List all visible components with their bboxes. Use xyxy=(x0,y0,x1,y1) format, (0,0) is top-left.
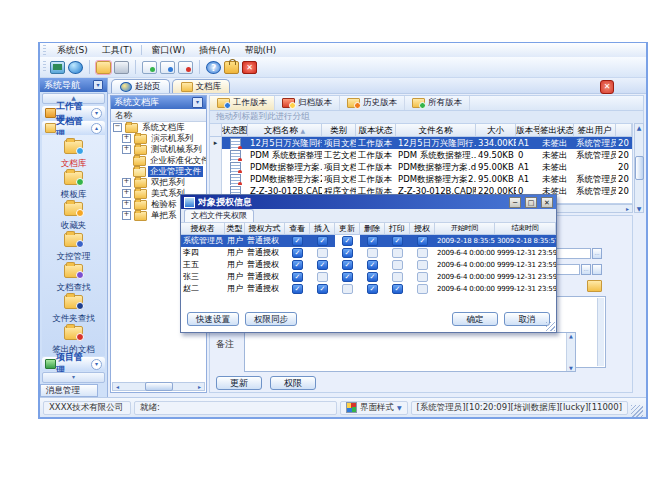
tree-horizontal-scrollbar[interactable]: ◂ ▸ xyxy=(112,382,205,391)
maximize-icon[interactable]: □ xyxy=(525,197,537,208)
expand-icon[interactable]: + xyxy=(122,189,131,198)
scroll-down-icon[interactable]: ▼ xyxy=(635,205,643,212)
expand-icon[interactable]: + xyxy=(122,178,131,187)
dialog-title-bar[interactable]: 对象授权信息 ─ □ ✕ xyxy=(181,195,556,209)
doc-close-icon[interactable] xyxy=(178,61,193,74)
doc-new-icon[interactable] xyxy=(142,61,157,74)
checkbox-unchecked[interactable] xyxy=(417,284,428,294)
column-clipped[interactable] xyxy=(616,124,632,137)
ui-style-selector[interactable]: 界面样式 ▼ xyxy=(340,401,408,415)
tree-item[interactable]: −系统文档库 xyxy=(111,122,206,133)
tree-item[interactable]: +演示机系列 xyxy=(111,133,206,144)
checkbox-checked[interactable]: ✓ xyxy=(342,260,353,270)
update-button[interactable]: 更新 xyxy=(216,376,262,390)
column-grantee[interactable]: 授权者 xyxy=(181,223,225,235)
resize-grip[interactable] xyxy=(546,322,555,331)
scroll-up-icon[interactable]: ▲ xyxy=(567,333,575,339)
column-checkout-state[interactable]: 签出状态 xyxy=(540,124,574,137)
printer-icon[interactable] xyxy=(114,61,129,74)
checkbox-unchecked[interactable] xyxy=(317,248,328,258)
chevron-down-icon[interactable]: ▾ xyxy=(91,359,102,370)
sidebar-section-docs[interactable]: 文档管理 ▴ xyxy=(42,121,105,135)
checkbox-unchecked[interactable] xyxy=(367,248,378,258)
tab-folder-permissions[interactable]: 文档文件夹权限 xyxy=(184,209,254,222)
help-icon[interactable]: ? xyxy=(206,61,221,74)
perm-row[interactable]: 张三用户普通授权✓✓✓2009-6-4 0:00:009999-12-31 23… xyxy=(181,271,556,283)
column-print[interactable]: 打印 xyxy=(385,223,410,235)
checkbox-checked[interactable]: ✓ xyxy=(367,236,378,246)
checkbox-checked[interactable]: ✓ xyxy=(317,284,328,294)
tab-start-page[interactable]: 起始页 xyxy=(111,79,170,93)
lock-icon[interactable] xyxy=(224,61,239,74)
sidebar-section-project[interactable]: 项目管理 ▾ xyxy=(42,357,105,371)
tab-doc-library[interactable]: 文档库 xyxy=(172,79,231,93)
expand-icon[interactable]: + xyxy=(122,211,131,220)
checkbox-unchecked[interactable] xyxy=(417,272,428,282)
column-insert[interactable]: 插入 xyxy=(310,223,335,235)
checkbox-checked[interactable]: ✓ xyxy=(367,284,378,294)
minimize-icon[interactable]: ─ xyxy=(509,197,521,208)
checkbox-checked[interactable]: ✓ xyxy=(342,236,353,246)
permission-button[interactable]: 权限 xyxy=(270,376,316,390)
scroll-thumb[interactable] xyxy=(635,156,644,180)
sidebar-scroll-down[interactable]: ▾ xyxy=(42,372,105,383)
doc-view-icon[interactable] xyxy=(160,61,175,74)
column-version-state[interactable]: 版本状态 xyxy=(356,124,396,137)
scroll-right-icon[interactable]: ▸ xyxy=(195,383,204,390)
menu-help[interactable]: 帮助(H) xyxy=(237,44,283,57)
sidebar-item-template-library[interactable]: 模板库 xyxy=(42,170,105,201)
chevron-up-icon[interactable]: ▴ xyxy=(91,123,102,134)
checkbox-unchecked[interactable] xyxy=(317,272,328,282)
column-version-no[interactable]: 版本号 xyxy=(516,124,540,137)
tree-item[interactable]: 企业标准化文件 xyxy=(111,155,206,166)
perm-row[interactable]: 系统管理员用户普通授权✓✓✓✓✓✓2009-2-18 8:35:573009-2… xyxy=(181,235,556,247)
scroll-thumb[interactable] xyxy=(145,382,173,391)
message-management-tab[interactable]: 消息管理 xyxy=(40,384,98,397)
sidebar-item-doc-search[interactable]: 文档查找 xyxy=(42,263,105,294)
checkbox-checked[interactable]: ✓ xyxy=(367,260,378,270)
pin-icon[interactable]: ▾ xyxy=(93,80,103,90)
note-textarea[interactable]: ▲▼ xyxy=(244,332,576,372)
tab-history-version[interactable]: 历史版本 xyxy=(340,96,405,110)
column-view[interactable]: 查看 xyxy=(285,223,310,235)
checkbox-checked[interactable]: ✓ xyxy=(367,272,378,282)
indicator-column-header[interactable] xyxy=(210,124,222,137)
tab-archive-version[interactable]: 归档版本 xyxy=(275,96,340,110)
perm-row[interactable]: 李四用户普通授权✓✓2009-6-4 0:00:009999-12-31 23:… xyxy=(181,247,556,259)
folder-browse-icon[interactable] xyxy=(587,280,602,292)
tab-work-version[interactable]: 工作版本 xyxy=(210,96,275,110)
close-icon[interactable]: ✕ xyxy=(600,80,614,94)
expand-icon[interactable]: + xyxy=(122,145,131,154)
clear-button[interactable] xyxy=(592,264,602,275)
ellipsis-button[interactable]: … xyxy=(592,248,602,259)
column-authorize[interactable]: 授权 xyxy=(410,223,435,235)
checkbox-checked[interactable]: ✓ xyxy=(292,236,303,246)
quick-setup-button[interactable]: 快速设置 xyxy=(187,312,239,326)
checkbox-checked[interactable]: ✓ xyxy=(317,260,328,270)
table-row[interactable]: PDM数据整理方案2.doc项目文档工作版本PDM数据整理方案2.doc95.0… xyxy=(210,173,632,185)
checkbox-checked[interactable]: ✓ xyxy=(392,236,403,246)
checkbox-checked[interactable]: ✓ xyxy=(292,248,303,258)
sidebar-item-favorites[interactable]: 收藏夹 xyxy=(42,201,105,232)
sidebar-item-doc-control[interactable]: 文控管理 xyxy=(42,232,105,263)
column-start-time[interactable]: 开始时间 xyxy=(435,223,495,235)
close-icon[interactable]: ✕ xyxy=(541,197,553,208)
group-by-bar[interactable]: 拖动列标题到此进行分组 xyxy=(209,110,644,123)
column-category[interactable]: 类别 xyxy=(322,124,356,137)
checkbox-checked[interactable]: ✓ xyxy=(342,248,353,258)
scroll-right-icon[interactable]: ▸ xyxy=(623,205,632,212)
column-end-time[interactable]: 结束时间 xyxy=(495,223,556,235)
detail-input[interactable] xyxy=(556,248,591,259)
expand-icon[interactable]: + xyxy=(122,134,131,143)
scroll-up-icon[interactable]: ▲ xyxy=(635,124,643,131)
tree-item[interactable]: 企业管理文件 xyxy=(111,166,206,177)
scroll-left-icon[interactable]: ◂ xyxy=(113,383,122,390)
column-doc-name[interactable]: 文档名称 ▲ xyxy=(248,124,322,137)
table-row[interactable]: PDM数据整理方案.doc项目文档工作版本PDM数据整理方案.doc95.00K… xyxy=(210,161,632,173)
sidebar-item-folder-search[interactable]: 文件夹查找 xyxy=(42,294,105,325)
textarea-scrollbar[interactable]: ▲▼ xyxy=(566,333,575,371)
menu-tools[interactable]: 工具(T) xyxy=(95,44,140,57)
tree-item[interactable]: +双把系列 xyxy=(111,177,206,188)
checkbox-checked[interactable]: ✓ xyxy=(292,260,303,270)
cancel-button[interactable]: 取消 xyxy=(504,312,550,326)
